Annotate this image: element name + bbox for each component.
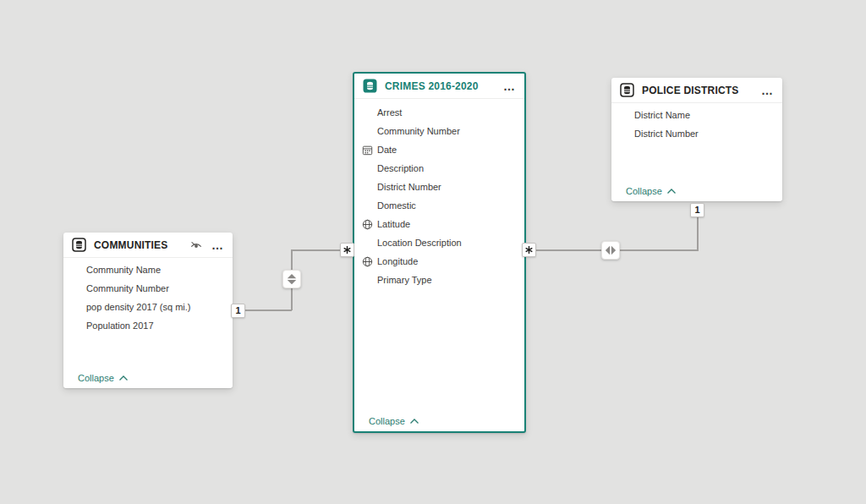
field-row[interactable]: Latitude — [354, 215, 524, 233]
one-cardinality-marker[interactable]: 1 — [231, 304, 245, 318]
asterisk-icon — [524, 245, 534, 255]
table-header-crimes[interactable]: CRIMES 2016-2020 … — [354, 74, 524, 99]
table-card-communities[interactable]: COMMUNITIES … Community Name Community N… — [63, 233, 233, 388]
field-row[interactable]: Domestic — [354, 196, 524, 215]
table-title: COMMUNITIES — [94, 239, 189, 251]
many-cardinality-marker[interactable] — [340, 243, 354, 257]
model-view-canvas[interactable]: COMMUNITIES … Community Name Community N… — [0, 0, 866, 504]
table-card-police-districts[interactable]: POLICE DISTRICTS … District Name Distric… — [611, 78, 782, 201]
field-row[interactable]: Community Name — [63, 260, 233, 279]
table-icon — [363, 79, 377, 93]
field-row[interactable]: pop density 2017 (sq mi.) — [63, 298, 233, 316]
field-row[interactable]: District Name — [611, 106, 782, 124]
field-row[interactable]: Community Number — [63, 279, 233, 298]
collapse-button[interactable]: Collapse — [78, 373, 129, 383]
one-cardinality-marker[interactable]: 1 — [690, 203, 704, 217]
table-title: CRIMES 2016-2020 — [385, 80, 503, 92]
chevron-up-icon — [666, 188, 677, 194]
globe-icon — [361, 255, 374, 268]
field-row[interactable]: Longitude — [354, 252, 524, 271]
table-title: POLICE DISTRICTS — [642, 85, 761, 96]
calendar-icon — [361, 144, 374, 156]
field-row[interactable]: District Number — [611, 124, 782, 143]
field-row[interactable]: Date — [354, 140, 524, 159]
chevron-up-icon — [409, 418, 419, 425]
cross-filter-direction-both-vertical-icon[interactable] — [282, 270, 301, 288]
collapse-button[interactable]: Collapse — [626, 186, 677, 196]
cross-filter-direction-both-horizontal-icon[interactable] — [601, 241, 620, 260]
collapse-button[interactable]: Collapse — [369, 416, 419, 426]
field-row[interactable]: Community Number — [354, 122, 524, 140]
table-header-police-districts[interactable]: POLICE DISTRICTS … — [611, 78, 782, 103]
table-icon — [72, 238, 86, 252]
field-row[interactable]: Arrest — [354, 103, 524, 122]
chevron-up-icon — [118, 375, 129, 381]
field-row[interactable]: Primary Type — [354, 271, 524, 289]
table-icon — [620, 83, 634, 97]
field-row[interactable]: Description — [354, 159, 524, 178]
field-row[interactable]: District Number — [354, 178, 524, 196]
many-cardinality-marker[interactable] — [522, 243, 536, 257]
more-options-button[interactable]: … — [503, 82, 516, 90]
field-row[interactable]: Population 2017 — [63, 316, 233, 335]
globe-icon — [361, 218, 374, 231]
hidden-eye-icon[interactable] — [189, 238, 203, 252]
table-header-communities[interactable]: COMMUNITIES … — [63, 233, 233, 258]
asterisk-icon — [343, 245, 352, 255]
more-options-button[interactable]: … — [211, 241, 224, 249]
table-card-crimes[interactable]: CRIMES 2016-2020 … Arrest Community Numb… — [353, 72, 526, 433]
more-options-button[interactable]: … — [761, 86, 774, 95]
field-row[interactable]: Location Description — [354, 233, 524, 252]
